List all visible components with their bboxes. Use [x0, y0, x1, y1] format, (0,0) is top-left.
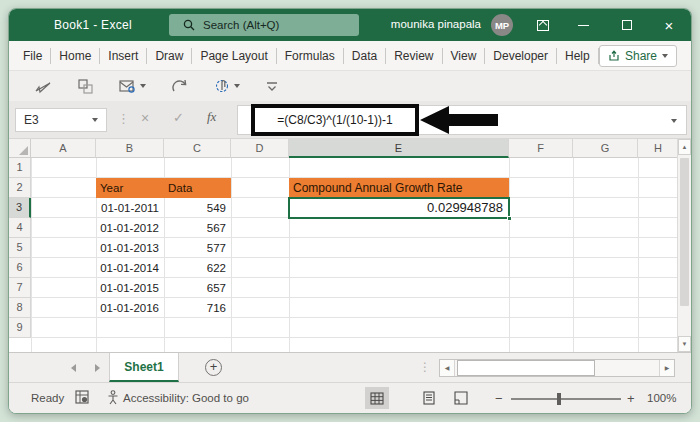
sheet-tab-sheet1[interactable]: Sheet1 — [109, 353, 179, 382]
cell-b4[interactable]: 01-01-2012 — [96, 218, 164, 238]
zoom-out-button[interactable]: − — [495, 391, 503, 406]
cell-c3[interactable]: 549 — [164, 198, 231, 218]
row-header-5[interactable]: 5 — [9, 238, 31, 258]
scroll-right-icon[interactable]: ▶ — [659, 360, 674, 376]
chevron-down-icon — [92, 118, 98, 122]
column-header-f[interactable]: F — [509, 139, 573, 158]
mail-preview-button[interactable] — [119, 79, 146, 93]
row-header-1[interactable]: 1 — [9, 158, 31, 178]
formula-text: =(C8/C3)^(1/(10-1))-1 — [277, 113, 392, 127]
scroll-down-icon[interactable]: ▼ — [678, 336, 691, 352]
avatar[interactable]: MP — [491, 14, 513, 36]
cell-e2[interactable]: Compound Annual Growth Rate — [289, 178, 509, 198]
tab-developer[interactable]: Developer — [485, 48, 557, 64]
tab-scrollbar-splitter[interactable]: ⋮ — [419, 360, 431, 374]
maximize-button[interactable] — [607, 9, 647, 41]
column-header-b[interactable]: B — [96, 139, 164, 158]
tab-data[interactable]: Data — [344, 48, 386, 64]
column-header-h[interactable]: H — [638, 139, 679, 158]
redo-button[interactable] — [172, 79, 188, 93]
row-header-7[interactable]: 7 — [9, 278, 31, 298]
fill-handle[interactable] — [507, 216, 512, 221]
cell-b5[interactable]: 01-01-2013 — [96, 238, 164, 258]
share-button[interactable]: Share — [599, 45, 677, 67]
row-header-8[interactable]: 8 — [9, 298, 31, 318]
touch-mode-icon — [214, 78, 230, 94]
row-header-4[interactable]: 4 — [9, 218, 31, 238]
column-header-g[interactable]: G — [573, 139, 638, 158]
cell-c2[interactable]: Data — [164, 178, 231, 198]
scroll-left-icon[interactable]: ◀ — [440, 360, 455, 376]
touch-mode-button[interactable] — [214, 78, 240, 94]
column-header-a[interactable]: A — [31, 139, 96, 158]
tab-view[interactable]: View — [443, 48, 486, 64]
page-layout-view-button[interactable] — [417, 387, 441, 409]
title-bar: Book1 - Excel Search (Alt+Q) mounika pin… — [9, 9, 691, 41]
cell-c5[interactable]: 577 — [164, 238, 231, 258]
close-button[interactable]: × — [649, 9, 689, 41]
tab-file[interactable]: File — [15, 48, 51, 64]
row-header-6[interactable]: 6 — [9, 258, 31, 278]
scroll-up-icon[interactable]: ▲ — [678, 139, 691, 155]
close-icon: × — [665, 18, 674, 33]
minimize-button[interactable] — [563, 9, 603, 41]
row-header-3[interactable]: 3 — [9, 198, 31, 218]
zoom-slider-handle[interactable] — [557, 393, 561, 405]
tab-page-layout[interactable]: Page Layout — [192, 48, 276, 64]
accessibility-label: Accessibility: Good to go — [123, 392, 249, 404]
zoom-level[interactable]: 100% — [647, 392, 676, 404]
page-break-preview-button[interactable] — [449, 387, 473, 409]
cell-b7[interactable]: 01-01-2015 — [96, 278, 164, 298]
vertical-scrollbar[interactable]: ▲ ▼ — [677, 139, 691, 352]
cell-b6[interactable]: 01-01-2014 — [96, 258, 164, 278]
accessibility-icon — [107, 390, 119, 405]
tab-home[interactable]: Home — [51, 48, 100, 64]
cell-c6[interactable]: 622 — [164, 258, 231, 278]
cell-c4[interactable]: 567 — [164, 218, 231, 238]
zoom-in-button[interactable]: + — [627, 391, 635, 406]
column-header-c[interactable]: C — [164, 139, 231, 158]
formula-bar-splitter[interactable]: ⋮ — [117, 111, 130, 126]
send-button[interactable] — [35, 79, 52, 94]
horizontal-scrollbar[interactable]: ◀ ▶ — [439, 359, 675, 377]
row-header-2[interactable]: 2 — [9, 178, 31, 198]
tab-help[interactable]: Help — [557, 48, 599, 64]
mail-preview-icon — [119, 79, 136, 93]
tab-draw[interactable]: Draw — [147, 48, 192, 64]
search-box[interactable]: Search (Alt+Q) — [169, 14, 359, 36]
cell-c7[interactable]: 657 — [164, 278, 231, 298]
insert-function-icon[interactable]: fx — [207, 109, 216, 125]
page-layout-view-icon — [422, 391, 436, 405]
cell-c8[interactable]: 716 — [164, 298, 231, 318]
select-all-corner[interactable] — [9, 139, 31, 158]
accessibility-status[interactable]: Accessibility: Good to go — [107, 390, 249, 405]
previous-sheet-icon[interactable] — [71, 364, 76, 372]
cell-b3[interactable]: 01-01-2011 — [96, 198, 164, 218]
excel-screenshot: Book1 - Excel Search (Alt+Q) mounika pin… — [0, 0, 700, 422]
tab-review[interactable]: Review — [386, 48, 442, 64]
next-sheet-icon[interactable] — [95, 364, 100, 372]
ribbon-display-options-button[interactable] — [523, 9, 563, 41]
normal-view-button[interactable] — [365, 387, 389, 409]
expand-formula-bar-icon[interactable] — [671, 119, 677, 123]
vertical-scrollbar-thumb[interactable] — [680, 158, 689, 306]
cagr-result-value: 0.029948788 — [427, 200, 503, 215]
status-bar: Ready Accessibility: Good to go — [9, 382, 691, 413]
shapes-button[interactable] — [78, 79, 93, 94]
column-header-d[interactable]: D — [231, 139, 289, 158]
cancel-icon[interactable]: × — [141, 110, 149, 126]
tab-insert[interactable]: Insert — [100, 48, 147, 64]
horizontal-scrollbar-thumb[interactable] — [457, 360, 595, 376]
column-header-e[interactable]: E — [289, 139, 509, 158]
customize-toolbar-button[interactable] — [266, 80, 278, 92]
cell-b8[interactable]: 01-01-2016 — [96, 298, 164, 318]
name-box[interactable]: E3 — [15, 108, 107, 132]
row-header-9[interactable]: 9 — [9, 318, 31, 338]
enter-icon[interactable]: ✓ — [173, 110, 184, 125]
tab-formulas[interactable]: Formulas — [277, 48, 344, 64]
macro-record-button[interactable] — [75, 390, 90, 405]
zoom-slider[interactable] — [511, 398, 621, 400]
cell-b2[interactable]: Year — [96, 178, 164, 198]
new-sheet-button[interactable]: + — [205, 359, 222, 376]
cell-e3-selected[interactable]: 0.029948788 — [288, 197, 510, 219]
